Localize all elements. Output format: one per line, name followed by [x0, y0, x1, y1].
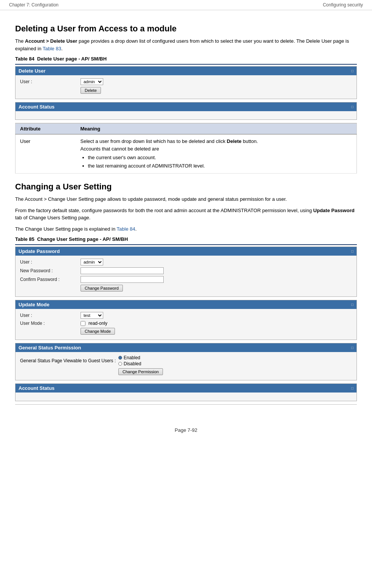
- table84-header-row: Attribute Meaning: [16, 124, 357, 135]
- account-status-box1-title: Account Status: [19, 104, 54, 110]
- change-permission-button[interactable]: Change Permission: [118, 368, 163, 375]
- row-meaning: Select a user from drop down list which …: [76, 134, 357, 174]
- bullet-item: the current user's own account.: [88, 154, 352, 161]
- general-status-title: General Status Permission: [19, 345, 81, 351]
- table85-desc: Change User Setting page - AP/ SM/BH: [37, 236, 128, 242]
- general-status-header: General Status Permission □: [16, 343, 356, 352]
- read-only-checkbox[interactable]: [81, 321, 85, 326]
- col-meaning: Meaning: [76, 124, 357, 135]
- change-mode-button[interactable]: Change Mode: [81, 328, 115, 335]
- delete-user-select[interactable]: admin: [81, 78, 103, 85]
- update-mode-box-header: Update Mode □: [16, 300, 356, 309]
- update-mode-box: Update Mode □ User : test User Mode : re…: [15, 300, 357, 340]
- account-delete-user-ref: Account > Delete User: [25, 38, 77, 44]
- table85-label: Table 85 Change User Setting page - AP/ …: [15, 236, 357, 242]
- table84-label: Table 84 Delete User page - AP/ SM/BH: [15, 56, 357, 62]
- um-mode-row: User Mode : read-only: [20, 321, 352, 326]
- up-confirmpw-row: Confirm Password :: [20, 276, 352, 283]
- chapter-label: Chapter 7: Configuration: [9, 2, 59, 8]
- section2-desc2: From the factory default state, configur…: [15, 207, 357, 222]
- table84-link[interactable]: Table 84: [117, 226, 135, 232]
- delete-user-box-title: Delete User: [19, 68, 46, 74]
- col-attribute: Attribute: [16, 124, 76, 135]
- update-password-box-header: Update Password □: [16, 247, 356, 256]
- page-number: Page 7-92: [175, 427, 197, 433]
- up-newpw-row: New Password :: [20, 267, 352, 274]
- up-user-row: User : admin: [20, 259, 352, 265]
- change-password-button[interactable]: Change Password: [81, 285, 123, 292]
- collapse-icon5[interactable]: □: [351, 346, 353, 350]
- delete-user-box: Delete User □ User : admin Delete: [15, 66, 357, 99]
- account-status-box1-body: [16, 111, 356, 119]
- update-password-title: Update Password: [19, 248, 60, 254]
- update-mode-body: User : test User Mode : read-only Change…: [16, 309, 356, 340]
- collapse-icon4[interactable]: □: [351, 303, 353, 307]
- account-status-box2-title: Account Status: [19, 385, 54, 391]
- section2-desc1: The Account > Change User Setting page a…: [15, 195, 357, 203]
- delete-button[interactable]: Delete: [81, 87, 101, 94]
- delete-user-label: User :: [20, 79, 81, 84]
- confirm-password-input[interactable]: [81, 276, 164, 283]
- collapse-icon2[interactable]: □: [351, 105, 353, 109]
- page-footer: Page 7-92: [0, 420, 372, 437]
- page-header: Chapter 7: Configuration Configuring sec…: [0, 0, 372, 10]
- account-status-box1: Account Status □: [15, 102, 357, 120]
- table-row: User Select a user from drop down list w…: [16, 134, 357, 174]
- collapse-icon3[interactable]: □: [351, 249, 353, 253]
- account-status-box2: Account Status □: [15, 383, 357, 401]
- um-user-row: User : test: [20, 312, 352, 319]
- disabled-radio-item[interactable]: Disabled: [118, 361, 141, 366]
- up-btn-row: Change Password: [20, 285, 352, 292]
- read-only-label: read-only: [88, 321, 107, 326]
- general-status-body: General Status Page Viewable to Guest Us…: [16, 352, 356, 380]
- table83-link[interactable]: Table 83: [43, 46, 61, 51]
- delete-button-row: Delete: [20, 87, 352, 94]
- bullet-item: the last remaining account of ADMINISTRA…: [88, 162, 352, 170]
- section2-desc3: The Change User Setting page is explaine…: [15, 225, 357, 233]
- delete-user-box-body: User : admin Delete: [16, 75, 356, 99]
- update-password-ref: Update Password: [313, 208, 355, 213]
- delete-user-box-header: Delete User □: [16, 67, 356, 75]
- um-user-select[interactable]: test: [81, 312, 103, 319]
- disabled-radio-dot: [118, 362, 122, 366]
- section2-title: Changing a User Setting: [15, 182, 357, 192]
- page-content: Deleting a User from Access to a module …: [0, 10, 372, 420]
- row-attribute: User: [16, 134, 76, 174]
- delete-bold: Delete: [227, 138, 242, 144]
- collapse-icon6[interactable]: □: [351, 386, 353, 390]
- enabled-label: Enabled: [124, 355, 140, 360]
- collapse-icon[interactable]: □: [351, 69, 353, 73]
- update-password-box: Update Password □ User : admin New Passw…: [15, 247, 357, 297]
- table84-num: Table 84: [15, 56, 34, 62]
- up-user-select[interactable]: admin: [81, 259, 103, 265]
- account-status-box2-header: Account Status □: [16, 384, 356, 393]
- general-status-box: General Status Permission □ General Stat…: [15, 343, 357, 380]
- section1-title: Deleting a User from Access to a module: [15, 24, 357, 34]
- delete-user-row: User : admin: [20, 78, 352, 85]
- update-password-body: User : admin New Password : Confirm Pass…: [16, 256, 356, 296]
- gs-row: General Status Page Viewable to Guest Us…: [20, 355, 352, 366]
- delete-user-control: admin: [81, 78, 103, 85]
- account-status-box2-body: [16, 393, 356, 401]
- bullet-list: the current user's own account. the last…: [88, 154, 352, 169]
- update-mode-title: Update Mode: [19, 302, 50, 307]
- radio-group: Enabled Disabled: [118, 355, 141, 366]
- section-label: Configuring security: [323, 2, 363, 8]
- gs-btn-row: Change Permission: [20, 368, 352, 375]
- enabled-radio-item[interactable]: Enabled: [118, 355, 141, 360]
- table84-desc: Delete User page - AP/ SM/BH: [37, 56, 107, 62]
- enabled-radio-dot: [118, 356, 122, 360]
- table84: Attribute Meaning User Select a user fro…: [15, 123, 357, 174]
- table85-num: Table 85: [15, 236, 34, 242]
- disabled-label: Disabled: [124, 361, 141, 366]
- new-password-input[interactable]: [81, 267, 164, 274]
- section1-desc: The Account > Delete User page provides …: [15, 37, 357, 52]
- account-status-box1-header: Account Status □: [16, 102, 356, 111]
- um-btn-row: Change Mode: [20, 328, 352, 335]
